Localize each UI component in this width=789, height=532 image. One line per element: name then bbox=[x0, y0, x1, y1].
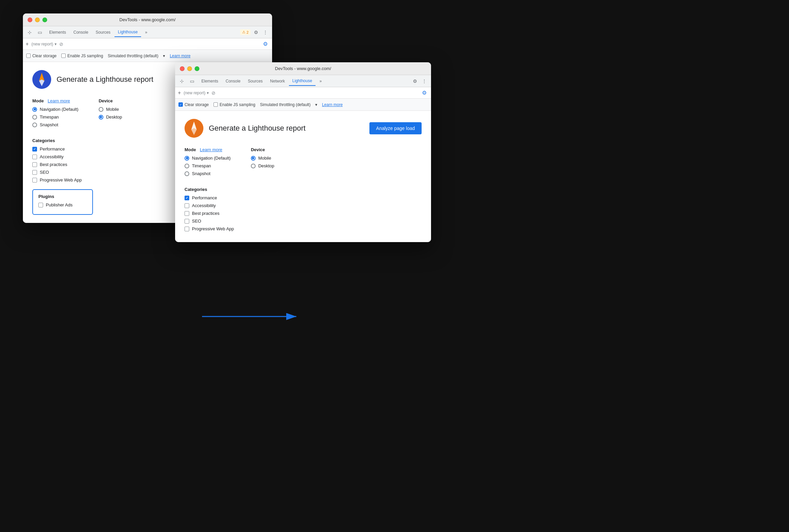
device-mobile-2[interactable]: Mobile bbox=[251, 155, 275, 160]
cat-pwa-checkbox-2[interactable] bbox=[185, 227, 189, 231]
throttling-dropdown-1[interactable]: ▾ bbox=[163, 54, 165, 58]
mode-timespan-1[interactable]: Timespan bbox=[32, 114, 78, 119]
lh-header-2: Generate a Lighthouse report Analyze pag… bbox=[185, 119, 421, 138]
lh-plus-button-2[interactable]: + bbox=[178, 90, 181, 96]
throttling-chevron-icon-2: ▾ bbox=[315, 102, 317, 107]
lh-gear-button-1[interactable]: ⚙ bbox=[261, 40, 269, 48]
window-title-1: DevTools - www.google.com/ bbox=[119, 17, 176, 22]
throttling-text-2: Simulated throttling (default) bbox=[260, 102, 311, 107]
warning-badge-1[interactable]: ⚠ 2 bbox=[240, 29, 250, 35]
minimize-button[interactable] bbox=[35, 18, 40, 22]
close-button-2[interactable] bbox=[180, 66, 185, 71]
mode-snapshot-radio-2[interactable] bbox=[185, 171, 189, 176]
tab-console-1[interactable]: Console bbox=[70, 28, 92, 37]
device-icon[interactable]: ▭ bbox=[36, 28, 44, 36]
lh-clear-button-2[interactable]: ⊘ bbox=[211, 90, 215, 96]
maximize-button-2[interactable] bbox=[195, 66, 199, 71]
device-desktop-radio-2[interactable] bbox=[251, 164, 256, 168]
mode-timespan-radio-2[interactable] bbox=[185, 164, 189, 168]
tab-more-2[interactable]: » bbox=[316, 77, 325, 86]
tab-lighthouse-2[interactable]: Lighthouse bbox=[289, 76, 316, 86]
lh-report-selector-1[interactable]: (new report) ▾ bbox=[31, 42, 57, 46]
device-icon-2[interactable]: ▭ bbox=[188, 77, 196, 85]
tab-more-1[interactable]: » bbox=[142, 28, 151, 37]
device-title-1: Device bbox=[99, 98, 122, 103]
mode-section-1: Mode Learn more Navigation (Default) Tim… bbox=[32, 98, 78, 130]
device-mobile-1[interactable]: Mobile bbox=[99, 107, 122, 112]
clear-storage-text-2: Clear storage bbox=[185, 102, 209, 107]
mode-title-1: Mode Learn more bbox=[32, 98, 78, 103]
tab-sources-2[interactable]: Sources bbox=[244, 77, 266, 86]
throttling-dropdown-2[interactable]: ▾ bbox=[315, 102, 317, 107]
cat-seo-2[interactable]: SEO bbox=[185, 218, 421, 224]
lh-plus-button-1[interactable]: + bbox=[25, 41, 29, 47]
device-desktop-label-2: Desktop bbox=[258, 163, 275, 168]
mode-navigation-radio-1[interactable] bbox=[32, 107, 37, 112]
mode-navigation-2[interactable]: Navigation (Default) bbox=[185, 155, 231, 160]
inspect-icon-2[interactable]: ⊹ bbox=[178, 77, 186, 85]
mode-navigation-1[interactable]: Navigation (Default) bbox=[32, 107, 78, 112]
tab-elements-2[interactable]: Elements bbox=[198, 77, 222, 86]
mode-snapshot-1[interactable]: Snapshot bbox=[32, 122, 78, 127]
device-mobile-radio-1[interactable] bbox=[99, 107, 104, 112]
plugin-publisher-ads-label-1: Publisher Ads bbox=[46, 202, 73, 207]
mode-timespan-2[interactable]: Timespan bbox=[185, 163, 231, 168]
mode-learn-more-1[interactable]: Learn more bbox=[48, 98, 70, 103]
clear-storage-checkbox-2[interactable] bbox=[179, 102, 183, 107]
more-icon-2[interactable]: ⋮ bbox=[420, 77, 428, 85]
enable-js-checkbox-1[interactable] bbox=[61, 54, 66, 58]
mode-timespan-radio-1[interactable] bbox=[32, 115, 37, 119]
mode-snapshot-2[interactable]: Snapshot bbox=[185, 171, 231, 176]
cat-seo-checkbox-2[interactable] bbox=[185, 219, 189, 224]
cat-accessibility-checkbox-2[interactable] bbox=[185, 203, 189, 208]
cat-best-practices-2[interactable]: Best practices bbox=[185, 211, 421, 216]
lh-page-title-2: Generate a Lighthouse report bbox=[209, 124, 305, 133]
cat-pwa-2[interactable]: Progressive Web App bbox=[185, 226, 421, 231]
clear-storage-label-1[interactable]: Clear storage bbox=[26, 54, 57, 58]
lh-clear-button-1[interactable]: ⊘ bbox=[59, 41, 63, 47]
cat-performance-checkbox-2[interactable] bbox=[185, 196, 189, 200]
more-icon-1[interactable]: ⋮ bbox=[261, 28, 269, 36]
device-desktop-2[interactable]: Desktop bbox=[251, 163, 275, 168]
enable-js-label-1[interactable]: Enable JS sampling bbox=[61, 54, 103, 58]
plugin-publisher-ads-checkbox-1[interactable] bbox=[38, 203, 43, 207]
mode-snapshot-radio-1[interactable] bbox=[32, 122, 37, 127]
cat-performance-checkbox-1[interactable] bbox=[32, 147, 37, 152]
clear-storage-checkbox-1[interactable] bbox=[26, 54, 31, 58]
maximize-button[interactable] bbox=[42, 18, 47, 22]
mode-navigation-radio-2[interactable] bbox=[185, 156, 189, 160]
minimize-button-2[interactable] bbox=[187, 66, 192, 71]
enable-js-label-2[interactable]: Enable JS sampling bbox=[213, 102, 255, 107]
cat-best-practices-checkbox-1[interactable] bbox=[32, 162, 37, 167]
device-mobile-radio-2[interactable] bbox=[251, 156, 256, 160]
cat-accessibility-checkbox-1[interactable] bbox=[32, 155, 37, 159]
clear-storage-label-2[interactable]: Clear storage bbox=[179, 102, 209, 107]
cat-performance-2[interactable]: Performance bbox=[185, 195, 421, 200]
mode-title-2: Mode Learn more bbox=[185, 147, 231, 152]
cat-best-practices-checkbox-2[interactable] bbox=[185, 211, 189, 216]
learn-more-link-1[interactable]: Learn more bbox=[170, 54, 190, 58]
device-desktop-radio-1[interactable] bbox=[99, 115, 104, 119]
tab-lighthouse-1[interactable]: Lighthouse bbox=[114, 27, 141, 37]
close-button[interactable] bbox=[27, 18, 32, 22]
cat-seo-checkbox-1[interactable] bbox=[32, 170, 37, 175]
analyze-button[interactable]: Analyze page load bbox=[370, 122, 421, 134]
cat-accessibility-2[interactable]: Accessibility bbox=[185, 203, 421, 208]
inspect-icon[interactable]: ⊹ bbox=[25, 28, 34, 36]
cat-pwa-checkbox-1[interactable] bbox=[32, 178, 37, 183]
lh-report-selector-2[interactable]: (new report) ▾ bbox=[184, 91, 209, 95]
mode-learn-more-2[interactable]: Learn more bbox=[200, 147, 222, 152]
settings-icon-2[interactable]: ⚙ bbox=[411, 77, 419, 85]
tab-console-2[interactable]: Console bbox=[222, 77, 244, 86]
plugin-publisher-ads-1[interactable]: Publisher Ads bbox=[38, 202, 87, 207]
throttling-text-1: Simulated throttling (default) bbox=[108, 54, 158, 58]
tab-network-2[interactable]: Network bbox=[267, 77, 288, 86]
device-desktop-1[interactable]: Desktop bbox=[99, 114, 122, 119]
settings-icon-1[interactable]: ⚙ bbox=[252, 28, 260, 36]
lh-gear-button-2[interactable]: ⚙ bbox=[420, 89, 428, 97]
enable-js-checkbox-2[interactable] bbox=[213, 102, 218, 107]
learn-more-link-2[interactable]: Learn more bbox=[322, 102, 342, 107]
cat-best-practices-label-1: Best practices bbox=[40, 162, 67, 167]
tab-sources-1[interactable]: Sources bbox=[92, 28, 114, 37]
tab-elements-1[interactable]: Elements bbox=[46, 28, 69, 37]
